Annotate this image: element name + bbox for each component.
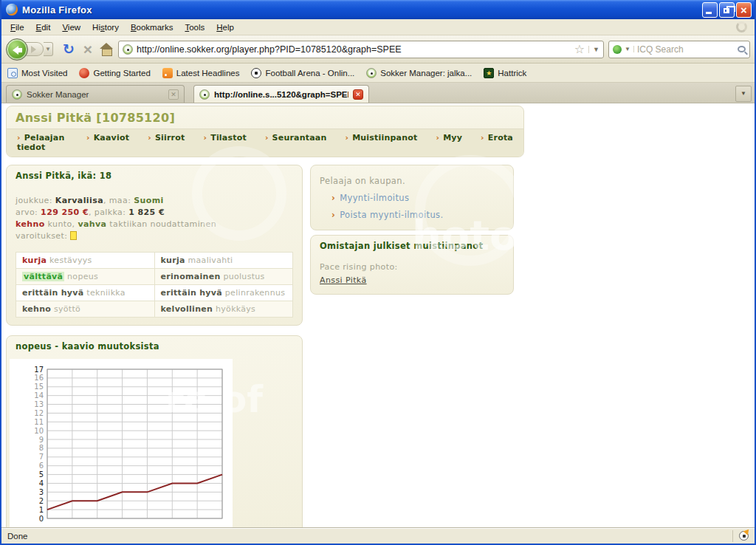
back-button[interactable]	[6, 38, 28, 61]
chart-ytick-9: 9	[39, 436, 44, 444]
forward-dropdown-button[interactable]: ▼	[44, 42, 53, 56]
bookmark-rss[interactable]: Latest Headlines	[162, 68, 240, 78]
skill-cell-maalivahti[interactable]: kurja maalivahti	[154, 253, 293, 269]
bookmark-label: Football Arena - Onlin...	[265, 69, 354, 78]
tab-strip: Sokker Manager ✕ http://online.s...5120&…	[1, 83, 755, 103]
url-bar: ☆ ▼	[118, 41, 604, 58]
player-info-line: kehno kunto, vahva taktiikan noudattamin…	[16, 219, 293, 230]
skill-cell-syöttö[interactable]: kehno syöttö	[16, 301, 155, 318]
notes-text: Pace rising photo:	[320, 262, 504, 272]
sale-link[interactable]: Poista myynti-ilmoitus.	[331, 210, 504, 220]
tab-close-icon[interactable]: ✕	[353, 89, 363, 100]
navigation-toolbar: ▼ ↻ × ☆ ▼ ▼	[1, 35, 755, 64]
getting-started-icon	[79, 68, 89, 78]
chart-ytick-0: 0	[39, 515, 44, 523]
info-segment: Karvaliisa	[55, 196, 103, 205]
forward-arrow-icon	[31, 46, 36, 53]
skill-name: kestävyys	[47, 256, 92, 265]
player-nav-myy[interactable]: Myy	[436, 133, 462, 152]
skill-name: maalivahti	[185, 256, 233, 265]
tab-sokker-manager[interactable]: Sokker Manager ✕	[6, 85, 185, 103]
restore-button[interactable]	[719, 2, 735, 18]
menu-file[interactable]: File	[4, 21, 30, 34]
menu-tools[interactable]: Tools	[179, 21, 210, 34]
player-nav-tilastot[interactable]: Tilastot	[203, 133, 246, 152]
player-info-line: varoitukset:	[16, 230, 293, 242]
reload-button[interactable]: ↻	[59, 41, 78, 58]
transfer-panel: Pelaaja on kaupan. Myynti-ilmoitusPoista…	[310, 165, 514, 230]
bookmark-sokker[interactable]: Sokker Manager: jalka...	[366, 68, 472, 78]
info-segment: , palkka:	[89, 208, 128, 217]
player-info-lines: joukkue: Karvaliisa, maa: Suomiarvo: 129…	[16, 195, 293, 242]
chart-ytick-12: 12	[34, 409, 44, 417]
football-icon	[251, 68, 261, 78]
menu-help[interactable]: Help	[210, 21, 240, 34]
menu-bar: FileEditViewHistoryBookmarksToolsHelp	[1, 19, 755, 35]
url-dropdown-icon[interactable]: ▼	[588, 46, 599, 53]
chart-ytick-17: 17	[34, 366, 44, 374]
bookmark-hattrick[interactable]: Hattrick	[484, 68, 526, 78]
bookmark-football[interactable]: Football Arena - Onlin...	[251, 68, 354, 78]
menu-edit[interactable]: Edit	[30, 21, 57, 34]
skill-chart-panel: nopeus - kaavio muutoksista 012345678910…	[6, 335, 303, 527]
firefox-window: Mozilla Firefox × FileEditViewHistoryBoo…	[0, 0, 756, 545]
player-nav-kaaviot[interactable]: Kaaviot	[86, 133, 129, 152]
list-all-tabs-button[interactable]: ▼	[735, 86, 752, 102]
search-engine-dropdown-icon[interactable]: ▼	[625, 46, 634, 52]
stop-button[interactable]: ×	[78, 41, 97, 58]
statusbar-soccer-icon[interactable]	[739, 531, 749, 541]
player-nav-muistiinpanot[interactable]: Muistiinpanot	[345, 133, 417, 152]
info-segment: varoitukset:	[16, 231, 70, 241]
search-engine-icon[interactable]	[613, 45, 622, 54]
bookmark-star-icon[interactable]: ☆	[574, 44, 585, 55]
bookmark-most-visited[interactable]: Most Visited	[7, 68, 67, 78]
search-input[interactable]	[637, 44, 735, 55]
skill-row: kurja kestävyyskurja maalivahti	[16, 253, 293, 269]
player-link[interactable]: Anssi Pitkä	[320, 275, 367, 285]
home-button[interactable]	[99, 44, 114, 55]
player-nav-erota[interactable]: Erota	[481, 133, 513, 152]
skill-cell-tekniikka[interactable]: erittäin hyvä tekniikka	[16, 285, 155, 301]
chart-ytick-14: 14	[34, 391, 44, 400]
page-title: Anssi Pitkä [10785120]	[7, 106, 523, 128]
sale-link[interactable]: Myynti-ilmoitus	[331, 193, 504, 203]
skill-level: välttävä	[22, 272, 64, 281]
player-nav-pelaajan-tiedot[interactable]: Pelaajan tiedot	[17, 133, 68, 152]
menu-view[interactable]: View	[56, 21, 86, 34]
rss-icon	[162, 68, 173, 78]
search-magnifier-icon[interactable]	[738, 46, 746, 52]
bookmark-label: Most Visited	[21, 69, 67, 78]
tab-player-page[interactable]: http://online.s...5120&graph=SPEE ✕	[193, 85, 369, 103]
chart-ytick-8: 8	[39, 444, 44, 452]
skill-cell-hyökkäys[interactable]: kelvollinen hyökkäys	[154, 301, 293, 318]
skill-cell-kestävyys[interactable]: kurja kestävyys	[16, 253, 155, 269]
chart-ytick-4: 4	[39, 479, 44, 487]
chart-ytick-10: 10	[34, 427, 44, 435]
skill-cell-pelinrakennus[interactable]: erittäin hyvä pelinrakennus	[154, 285, 293, 301]
bookmark-getting-started[interactable]: Getting Started	[79, 68, 150, 78]
minimize-button[interactable]	[702, 2, 718, 18]
skill-name: nopeus	[64, 272, 98, 281]
player-info-line: joukkue: Karvaliisa, maa: Suomi	[16, 195, 293, 207]
player-nav-siirrot[interactable]: Siirrot	[148, 133, 185, 152]
bookmarks-toolbar: Most VisitedGetting StartedLatest Headli…	[1, 64, 755, 83]
url-input[interactable]	[137, 44, 571, 55]
title-bar: Mozilla Firefox ×	[1, 0, 755, 19]
restore-icon	[724, 8, 729, 13]
menu-history[interactable]: History	[86, 21, 125, 34]
close-button[interactable]: ×	[736, 2, 752, 18]
tab-favicon	[199, 89, 210, 100]
info-segment: kehno	[16, 219, 45, 229]
skill-cell-nopeus[interactable]: välttävä nopeus	[16, 269, 155, 285]
tab-label: http://online.s...5120&graph=SPEE	[214, 90, 348, 99]
player-info-line: arvo: 129 250 €, palkka: 1 825 €	[16, 207, 293, 219]
skills-table: kurja kestävyyskurja maalivahtivälttävä …	[16, 252, 293, 318]
hattrick-icon	[484, 68, 494, 78]
player-nav-seurantaan[interactable]: Seurantaan	[265, 133, 327, 152]
tab-close-icon[interactable]: ✕	[168, 89, 179, 100]
skill-cell-puolustus[interactable]: erinomainen puolustus	[154, 269, 293, 285]
skill-level: erittäin hyvä	[161, 288, 223, 298]
menu-bar-items: FileEditViewHistoryBookmarksToolsHelp	[4, 21, 240, 34]
menu-bookmarks[interactable]: Bookmarks	[125, 21, 179, 34]
chart-ytick-2: 2	[39, 497, 44, 505]
